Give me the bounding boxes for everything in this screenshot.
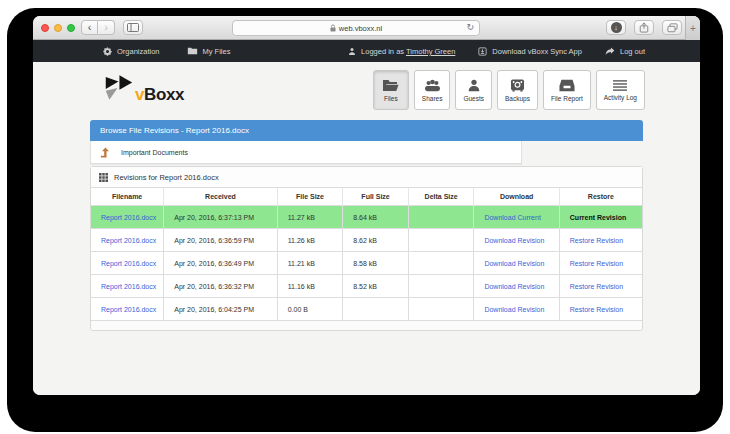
received-cell: Apr 20, 2016, 6:37:13 PM xyxy=(164,206,278,229)
nav-log-out-label: Log out xyxy=(620,47,645,56)
shares-people-icon xyxy=(424,79,441,92)
tab-overview-button[interactable] xyxy=(662,20,682,35)
vboxx-logo: vBoxx xyxy=(103,74,184,102)
sidebar-toggle-button[interactable] xyxy=(123,20,143,35)
nav-my-files[interactable]: My Files xyxy=(187,47,231,56)
forward-button[interactable]: › xyxy=(98,20,115,35)
delta-size-cell xyxy=(408,229,474,252)
filename-link[interactable]: Report 2016.docx xyxy=(101,237,156,244)
parent-folder-row[interactable]: Important Documents xyxy=(90,141,522,164)
file-size-cell: 11.21 kB xyxy=(277,252,343,275)
toolbar-button-shares[interactable]: Shares xyxy=(414,70,451,110)
table-grid-icon xyxy=(99,173,108,182)
level-up-icon xyxy=(100,147,110,158)
delta-size-cell xyxy=(408,275,474,298)
col-filename: Filename xyxy=(91,188,164,206)
url-text: web.vboxx.nl xyxy=(339,24,382,33)
received-cell: Apr 20, 2016, 6:04:25 PM xyxy=(164,298,278,321)
sidebar-icon xyxy=(127,23,139,32)
full-size-cell xyxy=(343,298,409,321)
nav-download-sync-app-label: Download vBoxx Sync App xyxy=(492,47,582,56)
browser-titlebar: ‹ › web.vboxx.nl ↻ ↓ xyxy=(33,16,700,40)
history-nav-group: ‹ › xyxy=(81,20,115,35)
revisions-panel-title: Revisions for Report 2016.docx xyxy=(91,167,642,188)
download-revision-link[interactable]: Download Revision xyxy=(484,306,544,313)
col-delta-size: Delta Size xyxy=(408,188,474,206)
login-status-text: Logged in as Timothy Green xyxy=(361,47,455,56)
col-restore: Restore xyxy=(559,188,642,206)
revisions-table: Filename Received File Size Full Size De… xyxy=(91,188,642,320)
minimize-window-button[interactable] xyxy=(54,24,62,32)
delta-size-cell xyxy=(408,252,474,275)
revisions-panel-footer xyxy=(91,320,642,330)
parent-folder-label: Important Documents xyxy=(121,149,188,156)
file-size-cell: 11.27 kB xyxy=(277,206,343,229)
share-button[interactable] xyxy=(634,20,654,35)
vboxx-logo-mark xyxy=(103,74,134,102)
revisions-panel: Revisions for Report 2016.docx Filename … xyxy=(90,166,643,331)
file-size-cell: 0.00 B xyxy=(277,298,343,321)
gear-icon xyxy=(103,47,112,56)
restore-revision-link[interactable]: Restore Revision xyxy=(570,237,623,244)
revision-row-current: Report 2016.docx Apr 20, 2016, 6:37:13 P… xyxy=(91,206,642,229)
page-content: vBoxx Files Shares xyxy=(33,62,700,395)
delta-size-cell xyxy=(408,298,474,321)
back-button[interactable]: ‹ xyxy=(81,20,98,35)
revision-row: Report 2016.docx Apr 20, 2016, 6:04:25 P… xyxy=(91,298,642,321)
vboxx-logo-text: vBoxx xyxy=(135,88,184,102)
download-revision-link[interactable]: Download Revision xyxy=(484,237,544,244)
col-full-size: Full Size xyxy=(343,188,409,206)
nav-organization-label: Organization xyxy=(117,47,160,56)
restore-revision-link[interactable]: Restore Revision xyxy=(570,306,623,313)
address-bar[interactable]: web.vboxx.nl ↻ xyxy=(232,20,480,36)
current-revision-label: Current Revision xyxy=(570,214,626,221)
full-size-cell: 8.62 kB xyxy=(343,229,409,252)
toolbar-button-activity-log[interactable]: Activity Log xyxy=(596,70,645,110)
download-current-link[interactable]: Download Current xyxy=(484,214,540,221)
toolbar-button-file-report[interactable]: File Report xyxy=(543,70,591,110)
toolbar-button-files[interactable]: Files xyxy=(373,70,409,110)
filename-link[interactable]: Report 2016.docx xyxy=(101,283,156,290)
filename-link[interactable]: Report 2016.docx xyxy=(101,214,156,221)
restore-revision-link[interactable]: Restore Revision xyxy=(570,260,623,267)
full-size-cell: 8.64 kB xyxy=(343,206,409,229)
file-report-inbox-icon xyxy=(559,79,575,92)
received-cell: Apr 20, 2016, 6:36:32 PM xyxy=(164,275,278,298)
filename-link[interactable]: Report 2016.docx xyxy=(101,260,156,267)
revision-row: Report 2016.docx Apr 20, 2016, 6:36:59 P… xyxy=(91,229,642,252)
toolbar-button-file-report-label: File Report xyxy=(551,95,583,102)
nav-organization[interactable]: Organization xyxy=(103,47,160,56)
download-app-icon xyxy=(478,47,487,56)
guests-person-icon xyxy=(467,79,481,92)
user-name-link[interactable]: Timothy Green xyxy=(406,47,455,56)
download-revision-link[interactable]: Download Revision xyxy=(484,283,544,290)
download-revision-link[interactable]: Download Revision xyxy=(484,260,544,267)
col-file-size: File Size xyxy=(277,188,343,206)
share-icon xyxy=(639,22,649,33)
backups-safe-icon xyxy=(510,79,525,92)
downloads-button[interactable]: ↓ xyxy=(606,20,626,35)
restore-revision-link[interactable]: Restore Revision xyxy=(570,283,623,290)
user-icon xyxy=(348,47,356,56)
toolbar-button-guests[interactable]: Guests xyxy=(455,70,492,110)
filename-link[interactable]: Report 2016.docx xyxy=(101,306,156,313)
close-window-button[interactable] xyxy=(41,24,49,32)
file-size-cell: 11.16 kB xyxy=(277,275,343,298)
browse-revisions-heading-text: Browse File Revisions - Report 2016.docx xyxy=(100,126,249,135)
logout-arrow-icon xyxy=(605,47,615,55)
download-circle-icon: ↓ xyxy=(611,22,622,33)
nav-logged-in-user[interactable]: Logged in as Timothy Green xyxy=(348,47,455,56)
nav-log-out[interactable]: Log out xyxy=(605,47,645,56)
file-size-cell: 11.26 kB xyxy=(277,229,343,252)
zoom-window-button[interactable] xyxy=(67,24,75,32)
full-size-cell: 8.58 kB xyxy=(343,252,409,275)
received-cell: Apr 20, 2016, 6:36:59 PM xyxy=(164,229,278,252)
col-download: Download xyxy=(474,188,559,206)
toolbar-button-backups[interactable]: Backups xyxy=(497,70,538,110)
full-size-cell: 8.52 kB xyxy=(343,275,409,298)
reload-icon[interactable]: ↻ xyxy=(466,22,474,32)
new-tab-button[interactable]: + xyxy=(685,16,700,40)
nav-download-sync-app[interactable]: Download vBoxx Sync App xyxy=(478,47,582,56)
app-navbar: Organization My Files Logged in as Timot… xyxy=(33,40,700,62)
browse-revisions-heading: Browse File Revisions - Report 2016.docx xyxy=(90,120,643,141)
